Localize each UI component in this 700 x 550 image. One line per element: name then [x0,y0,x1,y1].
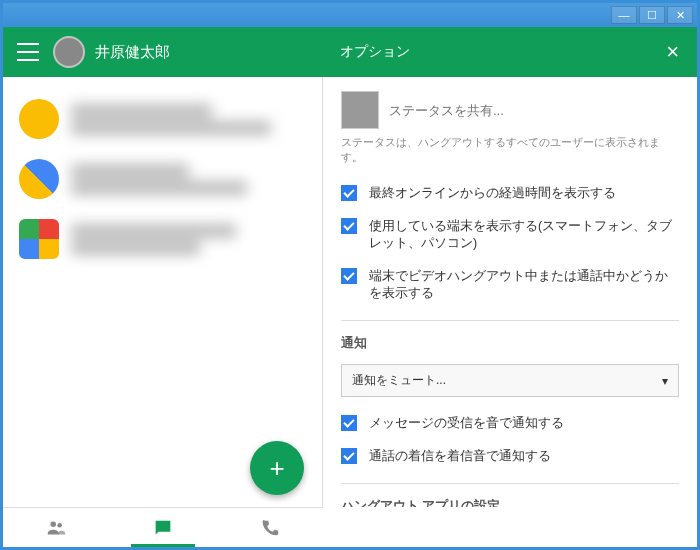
minimize-button[interactable]: — [611,6,637,24]
tab-contacts[interactable] [3,508,110,547]
option-label: メッセージの受信を音で通知する [369,415,564,432]
checkbox-elapsed-time[interactable] [341,185,357,201]
user-avatar[interactable] [53,36,85,68]
checkbox-call-sound[interactable] [341,448,357,464]
maximize-button[interactable]: ☐ [639,6,665,24]
option-label: 最終オンラインからの経過時間を表示する [369,185,616,202]
option-label: 端末でビデオハングアウト中または通話中かどうかを表示する [369,268,679,302]
chevron-down-icon: ▾ [662,374,668,388]
conversation-item[interactable] [3,209,322,269]
new-conversation-button[interactable]: + [250,441,304,495]
bottom-tabs [3,507,323,547]
window-close-button[interactable]: ✕ [667,6,693,24]
conversation-item[interactable] [3,89,322,149]
status-input[interactable] [389,97,679,124]
menu-icon[interactable] [17,43,39,61]
svg-point-0 [51,521,57,527]
mute-dropdown[interactable]: 通知をミュート... ▾ [341,364,679,397]
dropdown-label: 通知をミュート... [352,372,446,389]
conversation-item[interactable] [3,149,322,209]
section-app-settings: ハングアウト アプリの設定 [341,492,679,507]
avatar [19,159,59,199]
window-titlebar: — ☐ ✕ [3,3,697,27]
conversation-list: + [3,77,323,507]
panel-title: オプション [340,43,662,61]
close-icon[interactable]: × [662,35,683,69]
svg-point-1 [58,522,63,527]
option-label: 使用している端末を表示する(スマートフォン、タブレット、パソコン) [369,218,679,252]
status-avatar [341,91,379,129]
status-hint: ステータスは、ハングアウトするすべてのユーザーに表示されます。 [341,135,679,165]
tab-chats[interactable] [110,508,217,547]
user-name: 井原健太郎 [95,43,170,62]
tab-calls[interactable] [216,508,323,547]
checkbox-show-device[interactable] [341,218,357,234]
option-label: 通話の着信を着信音で通知する [369,448,551,465]
avatar [19,219,59,259]
section-notifications: 通知 [341,329,679,358]
checkbox-show-incall[interactable] [341,268,357,284]
options-panel: ステータスは、ハングアウトするすべてのユーザーに表示されます。 最終オンラインか… [323,77,697,507]
app-header: 井原健太郎 オプション × [3,27,697,77]
checkbox-msg-sound[interactable] [341,415,357,431]
avatar [19,99,59,139]
